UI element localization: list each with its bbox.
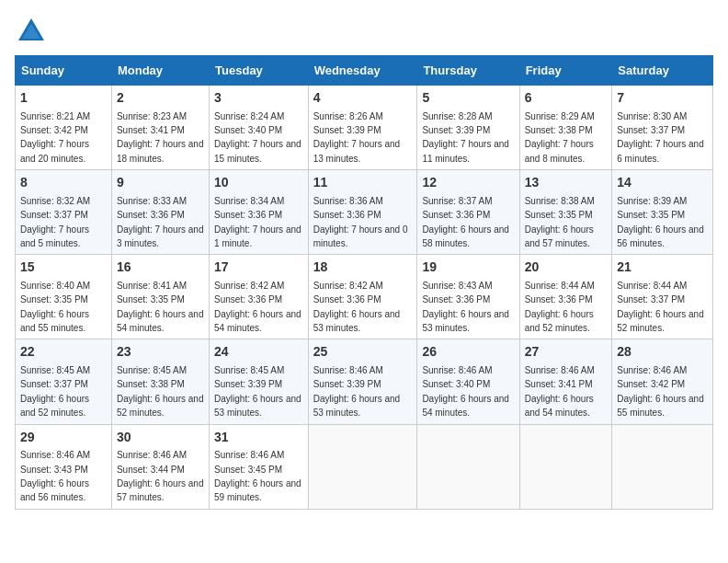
calendar-day-cell: 15 Sunrise: 8:40 AMSunset: 3:35 PMDaylig…: [16, 255, 112, 339]
day-info: Sunrise: 8:23 AMSunset: 3:41 PMDaylight:…: [117, 111, 204, 164]
calendar-header-saturday: Saturday: [612, 56, 713, 86]
day-number: 1: [20, 89, 107, 108]
calendar-header-wednesday: Wednesday: [308, 56, 417, 86]
day-info: Sunrise: 8:32 AMSunset: 3:37 PMDaylight:…: [20, 196, 90, 248]
logo-icon: [15, 15, 48, 48]
day-number: 13: [525, 174, 608, 192]
calendar-day-cell: 5 Sunrise: 8:28 AMSunset: 3:39 PMDayligh…: [417, 86, 519, 170]
day-number: 21: [617, 259, 708, 277]
day-number: 19: [422, 259, 514, 277]
day-info: Sunrise: 8:44 AMSunset: 3:37 PMDaylight:…: [617, 281, 704, 333]
day-info: Sunrise: 8:41 AMSunset: 3:35 PMDaylight:…: [117, 281, 204, 333]
day-number: 17: [214, 259, 303, 277]
calendar-header-tuesday: Tuesday: [210, 56, 309, 86]
day-info: Sunrise: 8:42 AMSunset: 3:36 PMDaylight:…: [313, 281, 401, 333]
day-number: 5: [422, 89, 514, 108]
calendar-header-monday: Monday: [111, 56, 209, 86]
day-info: Sunrise: 8:26 AMSunset: 3:39 PMDaylight:…: [313, 111, 401, 164]
day-info: Sunrise: 8:46 AMSunset: 3:43 PMDaylight:…: [20, 450, 90, 502]
day-info: Sunrise: 8:39 AMSunset: 3:35 PMDaylight:…: [617, 196, 704, 248]
day-info: Sunrise: 8:45 AMSunset: 3:37 PMDaylight:…: [20, 365, 90, 418]
day-number: 26: [422, 343, 514, 362]
day-info: Sunrise: 8:24 AMSunset: 3:40 PMDaylight:…: [214, 111, 301, 164]
page-header: [15, 15, 713, 48]
day-info: Sunrise: 8:44 AMSunset: 3:36 PMDaylight:…: [525, 281, 595, 333]
calendar-week-row: 1 Sunrise: 8:21 AMSunset: 3:42 PMDayligh…: [16, 86, 713, 170]
day-number: 11: [313, 174, 413, 192]
day-number: 2: [117, 89, 204, 108]
day-number: 22: [20, 343, 107, 362]
calendar-day-cell: 4 Sunrise: 8:26 AMSunset: 3:39 PMDayligh…: [308, 86, 417, 170]
calendar-day-cell: 22 Sunrise: 8:45 AMSunset: 3:37 PMDaylig…: [16, 339, 112, 424]
calendar-day-cell: 26 Sunrise: 8:46 AMSunset: 3:40 PMDaylig…: [417, 339, 519, 424]
day-number: 6: [525, 89, 608, 108]
calendar-table: SundayMondayTuesdayWednesdayThursdayFrid…: [15, 55, 713, 510]
day-info: Sunrise: 8:46 AMSunset: 3:45 PMDaylight:…: [214, 450, 301, 502]
day-info: Sunrise: 8:28 AMSunset: 3:39 PMDaylight:…: [422, 111, 509, 164]
day-info: Sunrise: 8:46 AMSunset: 3:42 PMDaylight:…: [617, 365, 704, 418]
calendar-day-cell: 17 Sunrise: 8:42 AMSunset: 3:36 PMDaylig…: [210, 255, 309, 339]
calendar-week-row: 29 Sunrise: 8:46 AMSunset: 3:43 PMDaylig…: [16, 424, 713, 509]
calendar-week-row: 8 Sunrise: 8:32 AMSunset: 3:37 PMDayligh…: [16, 170, 713, 255]
day-info: Sunrise: 8:30 AMSunset: 3:37 PMDaylight:…: [617, 111, 704, 164]
calendar-day-cell: 20 Sunrise: 8:44 AMSunset: 3:36 PMDaylig…: [519, 255, 612, 339]
calendar-day-cell: 2 Sunrise: 8:23 AMSunset: 3:41 PMDayligh…: [111, 86, 209, 170]
calendar-day-cell: 7 Sunrise: 8:30 AMSunset: 3:37 PMDayligh…: [612, 86, 713, 170]
day-info: Sunrise: 8:46 AMSunset: 3:41 PMDaylight:…: [525, 365, 595, 418]
calendar-header-sunday: Sunday: [16, 56, 112, 86]
day-info: Sunrise: 8:33 AMSunset: 3:36 PMDaylight:…: [117, 196, 204, 248]
day-info: Sunrise: 8:37 AMSunset: 3:36 PMDaylight:…: [422, 196, 509, 248]
calendar-day-cell: [308, 424, 417, 509]
day-info: Sunrise: 8:34 AMSunset: 3:36 PMDaylight:…: [214, 196, 301, 248]
calendar-day-cell: 16 Sunrise: 8:41 AMSunset: 3:35 PMDaylig…: [111, 255, 209, 339]
calendar-day-cell: 9 Sunrise: 8:33 AMSunset: 3:36 PMDayligh…: [111, 170, 209, 255]
day-info: Sunrise: 8:29 AMSunset: 3:38 PMDaylight:…: [525, 111, 595, 164]
day-number: 30: [117, 429, 204, 447]
day-number: 16: [117, 259, 204, 277]
calendar-day-cell: 14 Sunrise: 8:39 AMSunset: 3:35 PMDaylig…: [612, 170, 713, 255]
day-number: 20: [525, 259, 608, 277]
day-number: 12: [422, 174, 514, 192]
day-number: 25: [313, 343, 413, 362]
day-number: 29: [20, 429, 107, 447]
day-number: 4: [313, 89, 413, 108]
calendar-day-cell: [612, 424, 713, 509]
day-number: 28: [617, 343, 708, 362]
calendar-day-cell: 13 Sunrise: 8:38 AMSunset: 3:35 PMDaylig…: [519, 170, 612, 255]
calendar-day-cell: 23 Sunrise: 8:45 AMSunset: 3:38 PMDaylig…: [111, 339, 209, 424]
calendar-day-cell: 8 Sunrise: 8:32 AMSunset: 3:37 PMDayligh…: [16, 170, 112, 255]
day-number: 31: [214, 429, 303, 447]
day-info: Sunrise: 8:42 AMSunset: 3:36 PMDaylight:…: [214, 281, 301, 333]
calendar-day-cell: [519, 424, 612, 509]
day-number: 8: [20, 174, 107, 192]
calendar-header-thursday: Thursday: [417, 56, 519, 86]
calendar-day-cell: 21 Sunrise: 8:44 AMSunset: 3:37 PMDaylig…: [612, 255, 713, 339]
calendar-day-cell: 10 Sunrise: 8:34 AMSunset: 3:36 PMDaylig…: [210, 170, 309, 255]
calendar-week-row: 22 Sunrise: 8:45 AMSunset: 3:37 PMDaylig…: [16, 339, 713, 424]
day-info: Sunrise: 8:36 AMSunset: 3:36 PMDaylight:…: [313, 196, 408, 248]
day-number: 7: [617, 89, 708, 108]
day-number: 27: [525, 343, 608, 362]
day-info: Sunrise: 8:45 AMSunset: 3:38 PMDaylight:…: [117, 365, 204, 418]
day-info: Sunrise: 8:21 AMSunset: 3:42 PMDaylight:…: [20, 111, 90, 164]
calendar-header-friday: Friday: [519, 56, 612, 86]
calendar-header-row: SundayMondayTuesdayWednesdayThursdayFrid…: [16, 56, 713, 86]
calendar-day-cell: 18 Sunrise: 8:42 AMSunset: 3:36 PMDaylig…: [308, 255, 417, 339]
calendar-day-cell: 11 Sunrise: 8:36 AMSunset: 3:36 PMDaylig…: [308, 170, 417, 255]
day-number: 15: [20, 259, 107, 277]
logo: [15, 15, 51, 48]
day-number: 10: [214, 174, 303, 192]
calendar-day-cell: 28 Sunrise: 8:46 AMSunset: 3:42 PMDaylig…: [612, 339, 713, 424]
day-info: Sunrise: 8:46 AMSunset: 3:39 PMDaylight:…: [313, 365, 401, 418]
day-number: 3: [214, 89, 303, 108]
calendar-day-cell: 3 Sunrise: 8:24 AMSunset: 3:40 PMDayligh…: [210, 86, 309, 170]
day-number: 9: [117, 174, 204, 192]
calendar-day-cell: 19 Sunrise: 8:43 AMSunset: 3:36 PMDaylig…: [417, 255, 519, 339]
calendar-day-cell: 1 Sunrise: 8:21 AMSunset: 3:42 PMDayligh…: [16, 86, 112, 170]
day-info: Sunrise: 8:38 AMSunset: 3:35 PMDaylight:…: [525, 196, 595, 248]
calendar-day-cell: 6 Sunrise: 8:29 AMSunset: 3:38 PMDayligh…: [519, 86, 612, 170]
day-number: 23: [117, 343, 204, 362]
day-info: Sunrise: 8:43 AMSunset: 3:36 PMDaylight:…: [422, 281, 509, 333]
calendar-day-cell: 30 Sunrise: 8:46 AMSunset: 3:44 PMDaylig…: [111, 424, 209, 509]
day-number: 24: [214, 343, 303, 362]
